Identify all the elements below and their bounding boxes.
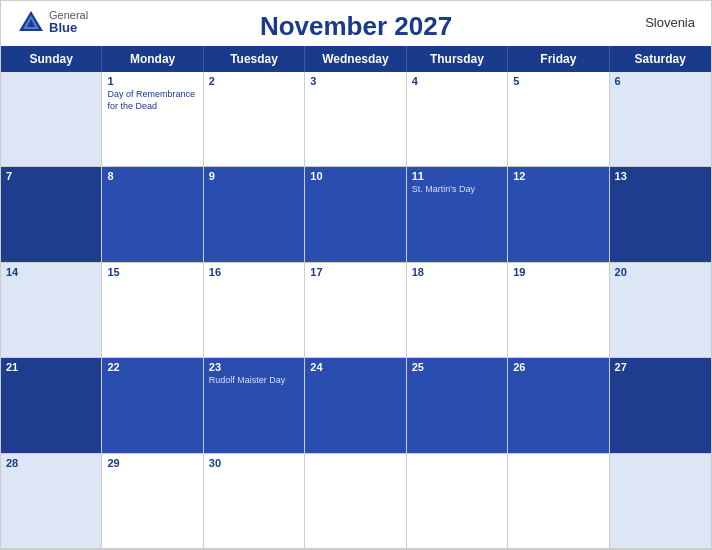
day-cell: 10 <box>305 167 406 262</box>
day-number: 20 <box>615 266 706 278</box>
day-cell <box>407 454 508 549</box>
day-number: 6 <box>615 75 706 87</box>
logo-text: General Blue <box>49 9 88 35</box>
day-cell: 28 <box>1 454 102 549</box>
event-text: St. Martin's Day <box>412 184 502 196</box>
day-cell: 14 <box>1 263 102 358</box>
day-cell <box>1 72 102 167</box>
day-cell: 19 <box>508 263 609 358</box>
calendar-grid: 1Day of Remembrance for the Dead23456789… <box>1 72 711 549</box>
day-number: 10 <box>310 170 400 182</box>
day-number: 3 <box>310 75 400 87</box>
day-cell: 26 <box>508 358 609 453</box>
day-number: 24 <box>310 361 400 373</box>
calendar-title: November 2027 <box>260 11 452 42</box>
day-number: 5 <box>513 75 603 87</box>
day-number: 28 <box>6 457 96 469</box>
day-cell: 5 <box>508 72 609 167</box>
event-text: Day of Remembrance for the Dead <box>107 89 197 112</box>
day-number: 13 <box>615 170 706 182</box>
day-number: 7 <box>6 170 96 182</box>
day-cell: 8 <box>102 167 203 262</box>
day-cell: 25 <box>407 358 508 453</box>
day-cell: 2 <box>204 72 305 167</box>
day-number: 9 <box>209 170 299 182</box>
day-cell: 11St. Martin's Day <box>407 167 508 262</box>
day-cell: 20 <box>610 263 711 358</box>
day-number: 19 <box>513 266 603 278</box>
day-cell: 6 <box>610 72 711 167</box>
day-number: 16 <box>209 266 299 278</box>
day-cell: 15 <box>102 263 203 358</box>
day-cell: 22 <box>102 358 203 453</box>
day-number: 22 <box>107 361 197 373</box>
day-number: 1 <box>107 75 197 87</box>
calendar-header: General Blue November 2027 Slovenia <box>1 1 711 46</box>
day-number: 29 <box>107 457 197 469</box>
day-cell: 1Day of Remembrance for the Dead <box>102 72 203 167</box>
day-number: 23 <box>209 361 299 373</box>
day-cell: 29 <box>102 454 203 549</box>
day-cell: 27 <box>610 358 711 453</box>
day-cell: 21 <box>1 358 102 453</box>
day-cell: 17 <box>305 263 406 358</box>
day-number: 17 <box>310 266 400 278</box>
day-cell <box>508 454 609 549</box>
weekday-headers: Sunday Monday Tuesday Wednesday Thursday… <box>1 46 711 72</box>
logo: General Blue <box>17 9 88 35</box>
logo-icon <box>17 9 45 35</box>
country-label: Slovenia <box>645 15 695 30</box>
day-cell <box>610 454 711 549</box>
day-cell: 23Rudolf Maister Day <box>204 358 305 453</box>
day-number: 15 <box>107 266 197 278</box>
day-cell: 24 <box>305 358 406 453</box>
calendar: General Blue November 2027 Slovenia Sund… <box>0 0 712 550</box>
header-saturday: Saturday <box>610 46 711 72</box>
day-number: 11 <box>412 170 502 182</box>
day-cell: 7 <box>1 167 102 262</box>
day-number: 4 <box>412 75 502 87</box>
day-cell: 9 <box>204 167 305 262</box>
header-thursday: Thursday <box>407 46 508 72</box>
day-number: 12 <box>513 170 603 182</box>
day-number: 26 <box>513 361 603 373</box>
day-number: 18 <box>412 266 502 278</box>
header-wednesday: Wednesday <box>305 46 406 72</box>
day-number: 27 <box>615 361 706 373</box>
day-cell: 18 <box>407 263 508 358</box>
day-cell: 4 <box>407 72 508 167</box>
day-number: 8 <box>107 170 197 182</box>
day-cell <box>305 454 406 549</box>
event-text: Rudolf Maister Day <box>209 375 299 387</box>
header-tuesday: Tuesday <box>204 46 305 72</box>
day-number: 30 <box>209 457 299 469</box>
day-cell: 12 <box>508 167 609 262</box>
header-friday: Friday <box>508 46 609 72</box>
logo-blue-text: Blue <box>49 21 88 35</box>
header-monday: Monday <box>102 46 203 72</box>
header-sunday: Sunday <box>1 46 102 72</box>
day-number: 2 <box>209 75 299 87</box>
day-cell: 3 <box>305 72 406 167</box>
day-cell: 30 <box>204 454 305 549</box>
day-number: 14 <box>6 266 96 278</box>
day-cell: 16 <box>204 263 305 358</box>
day-number: 25 <box>412 361 502 373</box>
day-cell: 13 <box>610 167 711 262</box>
day-number: 21 <box>6 361 96 373</box>
